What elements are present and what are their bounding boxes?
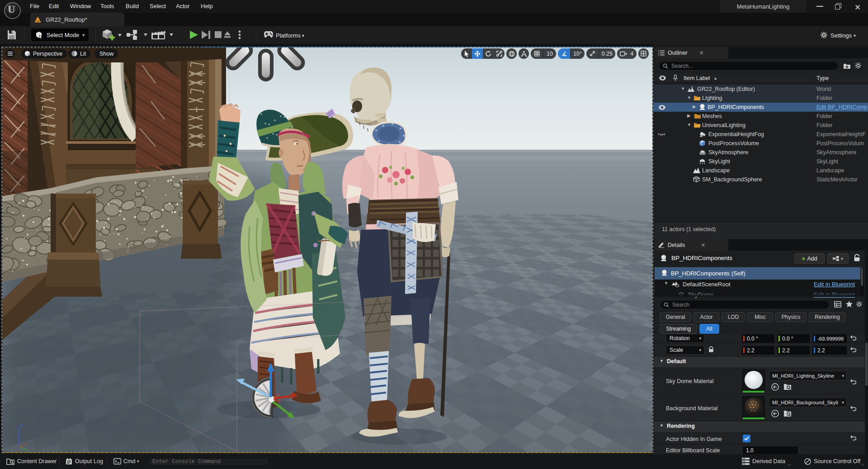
svg-text:z: z	[21, 422, 24, 428]
svg-text:x: x	[25, 441, 28, 446]
